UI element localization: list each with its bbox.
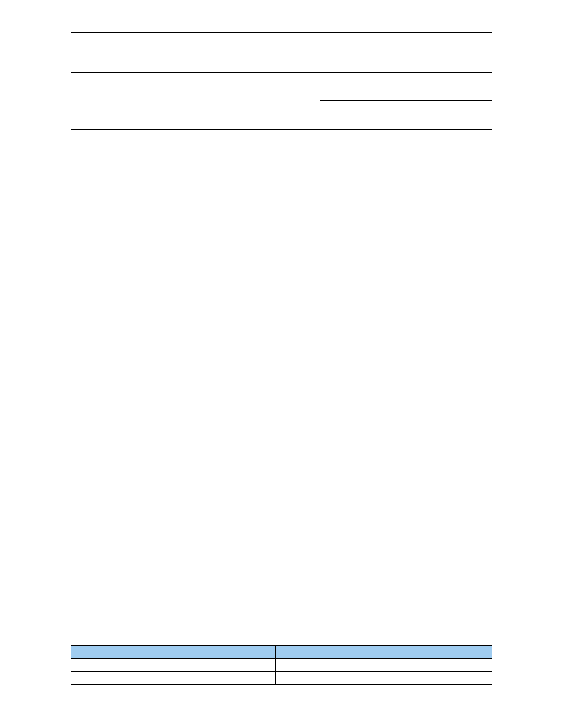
table-cell (71, 659, 252, 672)
table-cell (252, 672, 275, 685)
table-cell (71, 33, 320, 73)
table-row (71, 672, 492, 685)
table-cell (320, 33, 492, 73)
table-row (71, 33, 492, 73)
table-cell (252, 659, 275, 672)
table-header-cell (275, 646, 492, 659)
table-row (71, 659, 492, 672)
table-cell (71, 73, 320, 130)
table-cell (71, 672, 252, 685)
table-cell (320, 73, 492, 101)
table-row (71, 73, 492, 101)
lower-table (71, 645, 492, 685)
upper-table (71, 32, 492, 130)
table-cell (275, 672, 492, 685)
table-cell (275, 659, 492, 672)
table-header-cell (71, 646, 276, 659)
table-cell (320, 101, 492, 130)
table-header-row (71, 646, 492, 659)
